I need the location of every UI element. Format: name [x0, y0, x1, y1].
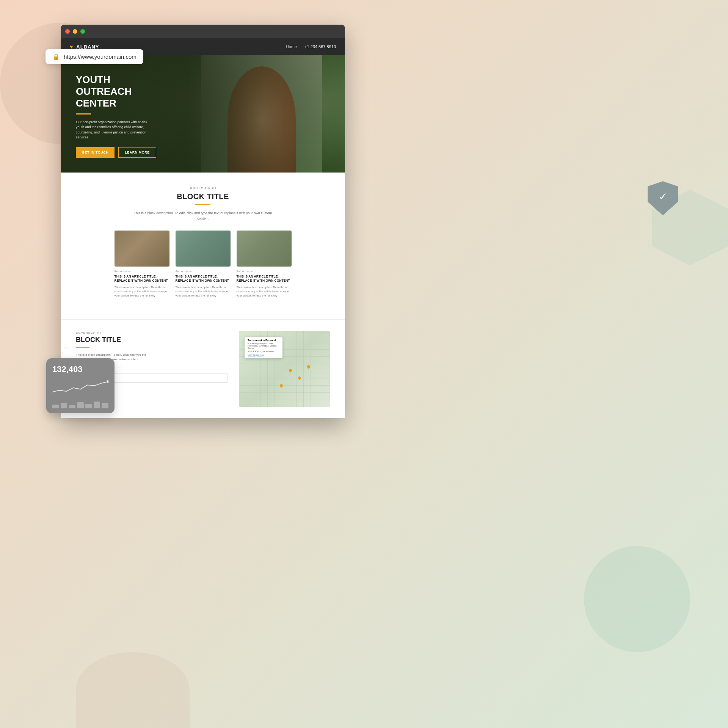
heart-icon: ♥: [70, 44, 73, 50]
bg-decoration-4: [76, 652, 190, 728]
nav-phone: +1 234 567 8910: [304, 44, 336, 49]
stats-bar-5: [85, 404, 92, 408]
article-image-2: [176, 231, 231, 267]
stats-chart: [52, 377, 108, 396]
article-image-3: [237, 231, 292, 267]
stats-number: 132,403: [52, 364, 108, 374]
map-pin-4: [306, 364, 311, 369]
nav-logo-text: ALBANY: [76, 44, 99, 50]
stats-bar-4: [77, 402, 84, 408]
article-image-1: [115, 231, 169, 267]
stats-bar-2: [61, 403, 67, 408]
contact-title: BLOCK TITLE: [76, 336, 228, 344]
browser-topbar: [61, 25, 345, 38]
block-title-section: SUPERSCRIPT BLOCK TITLE This is a block …: [61, 173, 345, 319]
get-in-touch-button[interactable]: GET IN TOUCH: [76, 147, 115, 158]
hero-content: YOUTH OUTREACH CENTER Our non-profit org…: [61, 55, 345, 173]
browser-fullscreen-dot[interactable]: [80, 29, 85, 34]
map-pin-3: [279, 383, 283, 388]
browser-close-dot[interactable]: [65, 29, 70, 34]
article-author-3: Author name: [237, 270, 292, 273]
hero-description: Our non-profit organization partners wit…: [76, 120, 152, 140]
block-superscript: SUPERSCRIPT: [76, 186, 330, 190]
lock-icon: 🔒: [52, 53, 60, 60]
nav-logo: ♥ ALBANY: [70, 44, 99, 50]
shield-shape: ✓: [648, 181, 678, 215]
article-card-3: Author name THIS IS AN ARTICLE TITLE. RE…: [237, 231, 292, 298]
shield-widget: ✓: [648, 181, 678, 215]
map-pin-1: [288, 368, 292, 372]
hero-buttons: GET IN TOUCH LEARN MORE: [76, 147, 330, 158]
article-title-2: THIS IS AN ARTICLE TITLE. REPLACE IT WIT…: [176, 275, 231, 283]
article-title-3: THIS IS AN ARTICLE TITLE. REPLACE IT WIT…: [237, 275, 292, 283]
map-container: Transamerica Pyramid 600 Montgomery St, …: [239, 331, 330, 407]
url-bar: 🔒 https://www.yourdomain.com: [46, 49, 143, 64]
hero-section: YOUTH OUTREACH CENTER Our non-profit org…: [61, 55, 345, 173]
stats-bar-7: [102, 403, 108, 408]
article-title-1: THIS IS AN ARTICLE TITLE. REPLACE IT WIT…: [115, 275, 169, 283]
contact-superscript: SUPERSCRIPT: [76, 331, 228, 334]
article-card-1: Author name THIS IS AN ARTICLE TITLE. RE…: [115, 231, 169, 298]
browser-minimize-dot[interactable]: [73, 29, 77, 34]
stats-bar-3: [69, 405, 75, 408]
article-desc-2: This is an article description. Describe…: [176, 285, 231, 298]
learn-more-button[interactable]: LEARN MORE: [118, 147, 156, 158]
stats-widget: 132,403: [46, 358, 115, 413]
block-main-title: BLOCK TITLE: [76, 192, 330, 201]
hero-title: YOUTH OUTREACH CENTER: [76, 74, 159, 110]
nav-links: Home +1 234 567 8910: [286, 44, 336, 49]
nav-home-link[interactable]: Home: [286, 44, 297, 49]
shield-checkmark-icon: ✓: [659, 190, 667, 203]
hero-title-underline: [76, 113, 91, 115]
article-desc-3: This is an article description. Describe…: [237, 285, 292, 298]
map-image: Transamerica Pyramid 600 Montgomery St, …: [239, 331, 330, 407]
article-desc-1: This is an article description. Describe…: [115, 285, 169, 298]
bg-decoration-2: [562, 524, 712, 674]
map-pin-2: [297, 376, 301, 380]
block-description: This is a block description. To edit, cl…: [131, 210, 275, 221]
stats-bar-1: [52, 405, 59, 408]
stats-bar-6: [94, 402, 100, 408]
article-card-2: Author name THIS IS AN ARTICLE TITLE. RE…: [176, 231, 231, 298]
stats-bars: [52, 401, 108, 408]
contact-title-underline: [76, 347, 89, 348]
block-title-underline: [195, 204, 210, 205]
url-text: https://www.yourdomain.com: [64, 53, 136, 60]
articles-grid: Author name THIS IS AN ARTICLE TITLE. RE…: [76, 231, 330, 298]
svg-point-0: [107, 380, 108, 383]
article-author-2: Author name: [176, 270, 231, 273]
map-pins: [239, 331, 330, 407]
article-author-1: Author name: [115, 270, 169, 273]
